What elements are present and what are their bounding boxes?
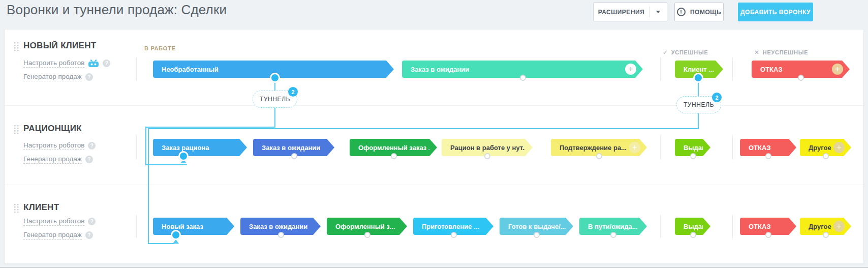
stage-label: Заказ в ожидании [249, 223, 307, 230]
stage-arrow-tip [399, 218, 407, 235]
stage-progress[interactable]: Подтверждение ра...+ [551, 139, 639, 156]
stage-connector[interactable] [391, 153, 397, 159]
stage-progress[interactable]: Готов к выдаче/... [500, 218, 566, 235]
funnel-name[interactable]: РАЦИОНЩИК [23, 124, 82, 134]
stage-fail[interactable]: ОТКАЗ+ [752, 61, 842, 78]
stage-arrow-tip [639, 218, 647, 235]
stage-connector[interactable] [690, 232, 696, 238]
stage-progress[interactable]: Заказ в ожидании [253, 139, 327, 156]
stage-connector[interactable] [291, 153, 297, 159]
tunnel-badge-label: ТУННЕЛЬ [260, 96, 290, 103]
stage-progress[interactable]: Заказ рациона [153, 139, 239, 156]
stage-connector[interactable] [765, 232, 771, 238]
funnel-name[interactable]: КЛИЕНТ [23, 202, 59, 213]
sales-generator-link[interactable]: Генератор продаж? [23, 231, 93, 240]
stage-arrow-tip [327, 139, 334, 156]
column-divider [732, 136, 733, 159]
stage-fail[interactable]: ОТКАЗ [740, 218, 789, 235]
help-button[interactable]: ! ПОМОЩЬ [674, 3, 724, 21]
cross-icon: ✕ [754, 49, 760, 56]
stage-connector[interactable] [765, 153, 771, 159]
stage-connector[interactable] [690, 153, 696, 159]
stage-label: Рацион в работе у нут... [450, 144, 528, 152]
stage-connector[interactable] [596, 153, 602, 159]
sales-generator-link[interactable]: Генератор продаж? [23, 155, 93, 164]
stage-fail[interactable]: ОТКАЗ [740, 139, 789, 156]
stage-arrow-tip [639, 139, 647, 156]
add-stage-button[interactable]: + [832, 64, 843, 75]
help-question-icon[interactable]: ? [103, 59, 110, 67]
help-question-icon[interactable]: ? [88, 218, 96, 225]
stage-progress[interactable]: Оформленный з... [327, 218, 399, 235]
configure-robots-link[interactable]: Настроить роботов? [23, 217, 96, 226]
help-label: ПОМОЩЬ [690, 9, 721, 16]
stage-connector[interactable] [823, 232, 829, 238]
stage-progress[interactable]: Приготовление ... [413, 218, 486, 235]
chevron-down-icon [656, 11, 660, 13]
add-funnel-button[interactable]: ДОБАВИТЬ ВОРОНКУ [738, 3, 813, 21]
tunnel-target-dot[interactable] [171, 230, 181, 240]
stage-progress[interactable]: Рацион в работе у нут... [442, 139, 525, 156]
configure-robots-link-label: Настроить роботов [23, 59, 84, 68]
stage-label: ОТКАЗ [760, 66, 783, 73]
drag-handle-icon[interactable] [14, 204, 19, 215]
stage-label: Необработанный [162, 66, 219, 73]
stage-arrow-tip [789, 218, 796, 235]
configure-robots-link[interactable]: Настроить роботов? [23, 59, 110, 68]
stage-arrow-tip [842, 61, 850, 78]
configure-robots-link[interactable]: Настроить роботов? [23, 141, 96, 150]
robot-icon [88, 59, 99, 68]
add-stage-button[interactable]: + [625, 64, 636, 75]
stage-progress[interactable]: Необработанный [153, 61, 386, 78]
add-stage-button[interactable]: + [833, 221, 845, 232]
sales-generator-link[interactable]: Генератор продаж? [23, 73, 93, 81]
add-stage-button[interactable]: + [833, 142, 845, 153]
tunnel-target-dot[interactable] [178, 151, 189, 161]
column-divider [660, 215, 661, 238]
stage-connector[interactable] [610, 232, 616, 238]
help-question-icon[interactable]: ? [88, 142, 96, 150]
stage-progress[interactable]: В пути/ожида... [579, 218, 639, 235]
sales-generator-link-label: Генератор продаж [23, 73, 82, 81]
help-question-icon[interactable]: ? [85, 73, 93, 81]
column-divider [732, 215, 733, 238]
stage-progress[interactable]: Заказ в ожидании [240, 218, 313, 235]
stage-arrow-tip [716, 61, 723, 78]
column-divider [660, 57, 661, 81]
stage-label: Готов к выдаче/... [508, 223, 566, 230]
stage-success[interactable]: Выдан [675, 218, 703, 235]
stage-fail[interactable]: Другое+ [800, 139, 844, 156]
stage-arrow-tip [227, 218, 234, 235]
stage-connector[interactable] [451, 232, 457, 238]
stage-progress[interactable]: Оформленный заказ ... [350, 139, 429, 156]
tunnel-anchor-dot[interactable] [270, 73, 280, 83]
configure-robots-link-label: Настроить роботов [23, 141, 84, 150]
funnel-name[interactable]: НОВЫЙ КЛИЕНТ [23, 41, 97, 51]
extensions-dropdown-toggle[interactable] [649, 3, 667, 21]
drag-handle-icon[interactable] [14, 125, 19, 136]
stage-progress[interactable]: Новый заказ [153, 218, 227, 235]
stage-connector[interactable] [534, 232, 540, 238]
tunnel-count-badge: 2 [288, 87, 298, 97]
column-divider [660, 136, 661, 159]
stage-progress[interactable]: Заказ в ожидании+ [402, 61, 635, 78]
extensions-button[interactable]: РАСШИРЕНИЯ [593, 3, 667, 21]
stage-label: Оформленный заказ ... [358, 144, 434, 152]
stage-fail[interactable]: Другое+ [800, 218, 844, 235]
stage-connector[interactable] [364, 232, 370, 238]
stage-connector[interactable] [278, 232, 284, 238]
help-question-icon[interactable]: ? [85, 231, 93, 239]
stage-arrow-tip [566, 218, 573, 235]
stage-connector[interactable] [798, 75, 804, 81]
help-question-icon[interactable]: ? [85, 156, 93, 163]
stage-arrow-tip [635, 61, 643, 78]
label-success: ✓УСПЕШНЫЕ [663, 49, 708, 56]
tunnel-anchor-dot[interactable] [693, 73, 703, 83]
stage-connector[interactable] [520, 75, 526, 81]
add-stage-button[interactable]: + [629, 142, 640, 153]
stage-connector[interactable] [823, 153, 829, 159]
stage-connector[interactable] [484, 153, 490, 159]
tunnel-badge-label: ТУННЕЛЬ [684, 101, 714, 108]
drag-handle-icon[interactable] [14, 42, 19, 53]
stage-success[interactable]: Выдан [675, 139, 703, 156]
